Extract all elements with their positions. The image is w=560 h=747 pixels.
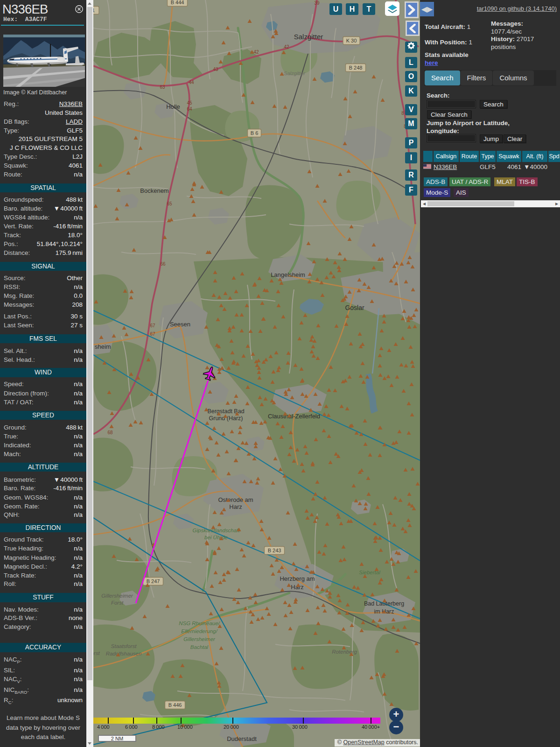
svg-text:Gipskarstlandschaft: Gipskarstlandschaft [193,528,240,533]
svg-text:Salzgitter: Salzgitter [284,70,306,76]
svg-text:Salzgitter: Salzgitter [294,33,323,41]
svg-text:Staatsforst: Staatsforst [111,643,137,649]
svg-text:Radolfshausen: Radolfshausen [106,651,142,656]
svg-text:Gillersheimer: Gillersheimer [101,593,133,599]
svg-text:63: 63 [160,85,165,90]
svg-text:Bachtal: Bachtal [190,644,209,650]
svg-text:B 446: B 446 [168,702,182,708]
svg-text:Holle: Holle [166,103,180,110]
svg-text:67: 67 [150,323,155,328]
svg-text:Osterode am: Osterode am [218,496,253,503]
svg-text:orst: orst [93,650,100,656]
svg-text:B 444: B 444 [171,0,184,5]
svg-text:NSG Rhumeaue/: NSG Rhumeaue/ [179,620,220,626]
svg-text:Duderstadt: Duderstadt [227,735,257,742]
svg-text:65: 65 [167,201,172,206]
svg-text:42: 42 [284,44,289,49]
svg-text:Harz: Harz [229,503,242,510]
svg-text:1: 1 [93,7,95,13]
svg-text:sheim: sheim [95,343,111,350]
svg-text:Rotenberg: Rotenberg [332,649,357,655]
svg-text:67: 67 [150,331,155,337]
svg-text:Langelsheim: Langelsheim [271,271,305,278]
svg-text:Ellerniederung/: Ellerniederung/ [181,628,218,634]
svg-text:Herzberg am: Herzberg am [280,575,315,582]
svg-text:Goslar: Goslar [345,304,364,311]
svg-text:bei Ührde: bei Ührde [204,535,228,540]
svg-text:Seesen: Seesen [170,321,190,328]
svg-text:Harz: Harz [291,584,303,591]
svg-text:39: 39 [314,0,320,6]
svg-text:68: 68 [107,430,113,435]
svg-text:42: 42 [253,49,259,55]
svg-text:Bergstadt Bad: Bergstadt Bad [207,408,244,415]
svg-text:44: 44 [189,80,194,85]
svg-text:Gillersheimer: Gillersheimer [183,636,216,642]
svg-text:Clausthal-Zellerfeld: Clausthal-Zellerfeld [268,413,320,420]
svg-text:64: 64 [187,106,192,112]
svg-text:8: 8 [401,111,404,116]
svg-text:K 30: K 30 [346,38,357,43]
svg-text:66: 66 [160,261,166,267]
svg-text:B 6: B 6 [251,130,259,136]
svg-text:Forst: Forst [111,600,124,606]
svg-text:43: 43 [213,67,218,72]
svg-text:B 247: B 247 [147,578,160,584]
svg-text:Bockenem: Bockenem [140,187,168,194]
svg-text:45: 45 [187,100,192,106]
svg-text:B 248: B 248 [349,65,363,70]
svg-text:B 243: B 243 [268,548,281,553]
